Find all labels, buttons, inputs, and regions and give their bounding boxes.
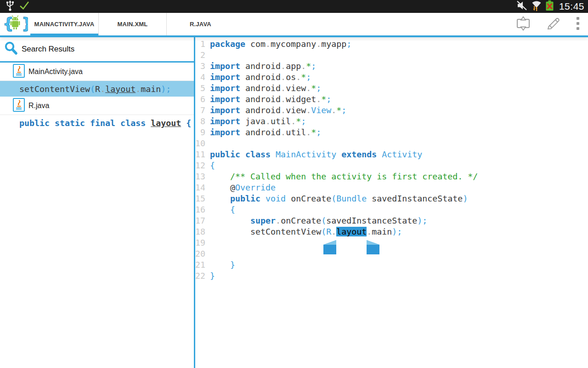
line-code: } <box>210 259 235 270</box>
tab-r-java[interactable]: R.JAVA <box>166 13 234 35</box>
code-token: } <box>230 260 235 270</box>
code-token: void <box>266 194 286 203</box>
code-token: ; <box>306 72 311 82</box>
app-icon-button[interactable]: { } <box>0 13 30 35</box>
code-token: R <box>326 227 331 236</box>
overflow-menu-button[interactable] <box>576 17 580 32</box>
preview-icon <box>515 16 531 33</box>
code-token: savedInstanceState <box>326 216 417 225</box>
code-token: . <box>136 84 141 94</box>
code-token: . <box>100 84 105 94</box>
code-token: . <box>281 94 286 104</box>
code-line-13[interactable]: 13 /** Called when the activity is first… <box>195 171 588 182</box>
search-result-match-selected[interactable]: setContentView(R.layout.main); <box>0 81 194 97</box>
code-line-15[interactable]: 15 public void onCreate(Bundle savedInst… <box>195 193 588 204</box>
code-line-22[interactable]: 22} <box>195 270 588 282</box>
clock: 15:45 <box>559 1 584 12</box>
tab-mainactivity-java[interactable]: MAINACTIVITY.JAVA <box>30 13 98 35</box>
code-token: ( <box>331 194 336 203</box>
code-token: ; <box>326 94 331 104</box>
code-line-2[interactable]: 2 <box>195 50 588 61</box>
code-token: ) <box>463 194 468 203</box>
code-token: public static final class <box>19 118 151 128</box>
code-line-18[interactable]: 18 setContentView(R.layout.main); <box>195 226 588 237</box>
line-number: 17 <box>195 215 205 226</box>
code-line-11[interactable]: 11public class MainActivity extends Acti… <box>195 149 588 160</box>
code-token: . <box>316 94 321 104</box>
code-token: ; <box>311 61 316 71</box>
code-line-7[interactable]: 7import android.view.View.*; <box>195 105 588 116</box>
code-line-4[interactable]: 4import android.os.*; <box>195 72 588 83</box>
status-left-icons <box>6 0 29 13</box>
code-token: * <box>336 105 341 115</box>
code-token: { <box>186 118 191 128</box>
search-result-file[interactable]: R.java <box>0 97 194 115</box>
code-line-5[interactable]: 5import android.view.*; <box>195 83 588 94</box>
code-line-12[interactable]: 12{ <box>195 160 588 171</box>
code-line-3[interactable]: 3import android.app.*; <box>195 61 588 72</box>
line-number: 1 <box>195 39 205 50</box>
code-token: ); <box>161 84 171 94</box>
status-right-icons: 15:45 <box>516 0 584 13</box>
code-token: main <box>372 227 392 236</box>
code-token: public class <box>210 150 276 159</box>
code-token: setContentView <box>19 84 90 94</box>
line-number: 4 <box>195 72 205 83</box>
line-number: 11 <box>195 149 205 160</box>
code-token: os <box>286 72 296 82</box>
tab-bar: MAINACTIVITY.JAVAMAIN.XMLR.JAVA <box>30 13 234 35</box>
code-line-19[interactable]: 19 <box>195 237 588 248</box>
code-token: android <box>240 127 281 137</box>
line-number: 14 <box>195 182 205 193</box>
line-code: /** Called when the activity is first cr… <box>210 171 478 182</box>
code-token: . <box>306 83 311 93</box>
file-name: R.java <box>28 102 49 110</box>
content-area: Search Results MainActivity.javasetConte… <box>0 37 588 368</box>
code-token: . <box>306 127 311 137</box>
code-line-20[interactable]: 20 <box>195 248 588 259</box>
selection-handle-right[interactable] <box>367 240 379 254</box>
preview-button[interactable] <box>515 16 531 33</box>
line-number: 15 <box>195 193 205 204</box>
line-code: public void onCreate(Bundle savedInstanc… <box>210 193 468 204</box>
match-code: public static final class layout { <box>19 118 191 128</box>
code-token: ( <box>321 216 326 225</box>
code-line-9[interactable]: 9import android.util.*; <box>195 127 588 138</box>
line-code: import android.view.View.*; <box>210 105 346 116</box>
code-line-6[interactable]: 6import android.widget.*; <box>195 94 588 105</box>
code-token: import <box>210 127 240 137</box>
code-token: @ <box>210 183 235 192</box>
search-result-file[interactable]: MainActivity.java <box>0 63 194 81</box>
code-token: * <box>301 72 306 82</box>
code-line-8[interactable]: 8import java.util.*; <box>195 116 588 127</box>
tab-main-xml[interactable]: MAIN.XML <box>98 13 166 35</box>
code-token: * <box>296 116 301 126</box>
selection-handle-left[interactable] <box>323 240 336 254</box>
action-bar-buttons <box>515 13 588 35</box>
code-token: ; <box>316 127 321 137</box>
code-line-16[interactable]: 16 { <box>195 204 588 215</box>
tab-label: R.JAVA <box>190 21 211 28</box>
code-token: ( <box>321 227 326 236</box>
code-token: widget <box>286 94 316 104</box>
code-line-1[interactable]: 1package com.mycompany.myapp; <box>195 39 588 50</box>
svg-text:}: } <box>22 15 28 33</box>
code-editor[interactable]: 1package com.mycompany.myapp;23import an… <box>195 37 588 368</box>
code-token: . <box>306 105 311 115</box>
tab-label: MAINACTIVITY.JAVA <box>34 21 95 28</box>
code-token: layout <box>105 84 136 94</box>
line-number: 5 <box>195 83 205 94</box>
code-token: * <box>321 94 326 104</box>
line-code: @Override <box>210 182 276 193</box>
code-token: * <box>306 61 311 71</box>
code-line-14[interactable]: 14 @Override <box>195 182 588 193</box>
code-token: ); <box>417 216 427 225</box>
code-token: MainActivity <box>276 150 336 159</box>
search-result-match[interactable]: public static final class layout { <box>0 115 194 131</box>
code-line-10[interactable]: 10 <box>195 138 588 149</box>
code-line-21[interactable]: 21 } <box>195 259 588 270</box>
edit-button[interactable] <box>546 16 561 33</box>
code-token: mycompany <box>271 39 316 49</box>
code-token: import <box>210 94 240 104</box>
code-line-17[interactable]: 17 super.onCreate(savedInstanceState); <box>195 215 588 226</box>
